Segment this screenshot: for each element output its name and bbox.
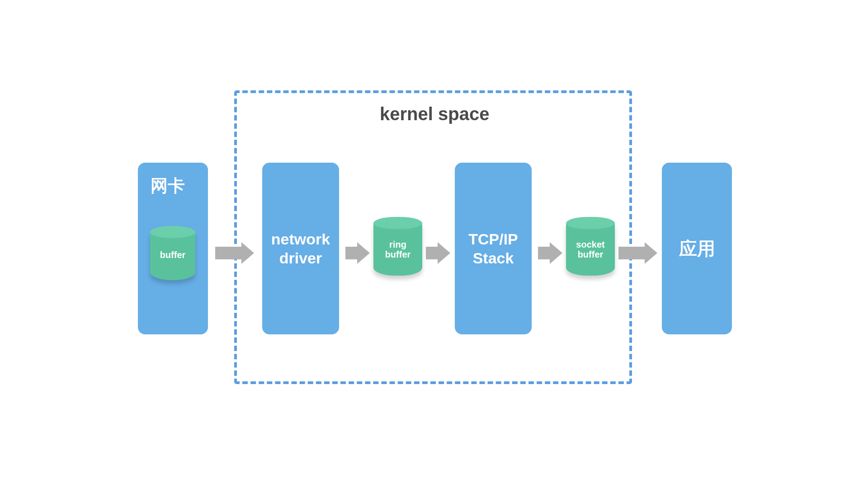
socket-buffer-cylinder: socket buffer	[566, 217, 615, 276]
network-driver-label: network driver	[271, 230, 330, 268]
socket-buffer-label: socket buffer	[566, 239, 615, 259]
kernel-space-title: kernel space	[380, 104, 489, 124]
nic-title: 网卡	[151, 175, 185, 197]
diagram-canvas: kernel space 网卡 buffer network driver ri…	[108, 86, 760, 402]
ring-buffer-cylinder: ring buffer	[373, 217, 422, 276]
tcpip-stack-box: TCP/IP Stack	[455, 163, 532, 334]
arrow-tcpip-to-socketbuffer	[538, 242, 562, 264]
app-label: 应用	[679, 237, 715, 260]
app-box: 应用	[662, 163, 732, 334]
arrow-driver-to-ringbuffer	[345, 242, 370, 264]
network-driver-box: network driver	[262, 163, 339, 334]
tcpip-stack-label: TCP/IP Stack	[468, 230, 518, 268]
arrow-nic-to-driver	[215, 242, 254, 264]
nic-buffer-label: buffer	[150, 250, 195, 260]
nic-box: 网卡 buffer	[138, 163, 208, 334]
arrow-socketbuffer-to-app	[618, 242, 657, 264]
ring-buffer-label: ring buffer	[373, 239, 422, 259]
arrow-ringbuffer-to-tcpip	[426, 242, 450, 264]
nic-buffer-cylinder: buffer	[150, 226, 195, 280]
